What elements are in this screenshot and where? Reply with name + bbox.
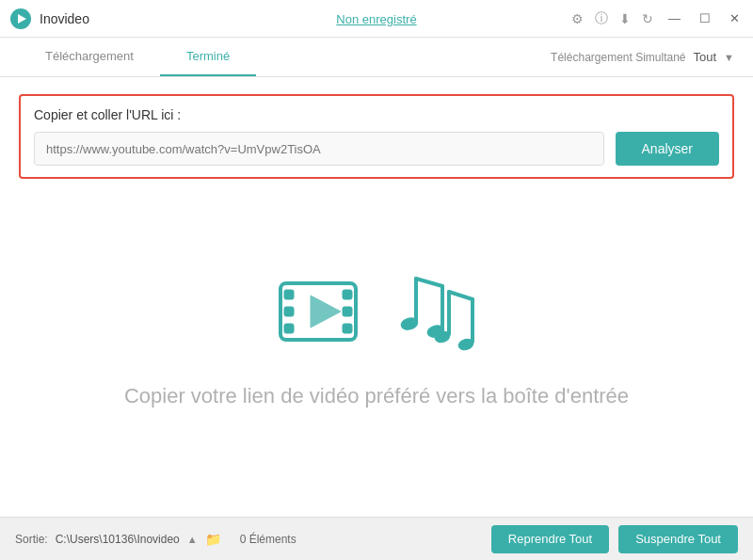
app-title: Inovideo <box>40 11 89 26</box>
svg-rect-7 <box>343 307 352 316</box>
svg-rect-3 <box>284 290 294 299</box>
svg-rect-6 <box>343 290 352 299</box>
svg-rect-5 <box>284 324 294 333</box>
titlebar-right: ⚙ ⓘ ⬇ ↻ — ☐ ✕ <box>571 10 744 27</box>
tout-label[interactable]: Tout <box>694 50 717 64</box>
refresh-icon[interactable]: ↻ <box>642 11 653 26</box>
maximize-button[interactable]: ☐ <box>696 11 714 25</box>
film-icon <box>271 269 375 358</box>
illustration-text: Copier votre lien de vidéo préféré vers … <box>124 384 629 408</box>
footer-buttons: Reprendre Tout Suspendre Tout <box>491 525 738 553</box>
info-icon[interactable]: ⓘ <box>595 10 608 27</box>
minimize-button[interactable]: — <box>665 11 684 25</box>
titlebar-center: Non enregistré <box>336 10 416 27</box>
titlebar: Inovideo Non enregistré ⚙ ⓘ ⬇ ↻ — ☐ ✕ <box>0 0 753 38</box>
url-input[interactable] <box>34 132 604 166</box>
app-logo-icon <box>9 8 32 30</box>
tabbar: Téléchargement Terminé Téléchargement Si… <box>0 38 753 77</box>
footer-path-dropdown-icon[interactable]: ▲ <box>187 534 198 545</box>
footer: Sortie: C:\Users\10136\Inovideo ▲ 📁 0 Él… <box>0 517 753 560</box>
music-icon <box>397 269 482 358</box>
simultaneous-label: Téléchargement Simultané <box>551 51 685 64</box>
main-content: Copier et coller l'URL ici : Analyser <box>0 77 753 517</box>
not-registered-link[interactable]: Non enregistré <box>336 12 416 26</box>
url-input-box: Copier et coller l'URL ici : Analyser <box>19 94 734 179</box>
svg-rect-8 <box>343 324 352 333</box>
footer-sortie-label: Sortie: <box>15 533 48 546</box>
svg-line-11 <box>416 279 442 286</box>
resume-all-button[interactable]: Reprendre Tout <box>491 525 609 553</box>
footer-path: C:\Users\10136\Inovideo <box>56 533 180 546</box>
illustration-icons <box>271 269 482 358</box>
analyze-button[interactable]: Analyser <box>616 132 719 166</box>
tab-finished[interactable]: Terminé <box>160 38 256 76</box>
close-button[interactable]: ✕ <box>726 11 744 25</box>
svg-marker-9 <box>311 296 341 328</box>
folder-icon[interactable]: 📁 <box>205 532 221 547</box>
elements-count: 0 Éléments <box>240 533 296 546</box>
titlebar-left: Inovideo <box>9 8 89 30</box>
svg-rect-4 <box>284 307 294 316</box>
tabbar-right: Téléchargement Simultané Tout ▼ <box>551 50 734 64</box>
tout-dropdown-icon[interactable]: ▼ <box>724 52 734 63</box>
suspend-all-button[interactable]: Suspendre Tout <box>618 525 738 553</box>
tab-download[interactable]: Téléchargement <box>19 38 160 76</box>
url-input-row: Analyser <box>34 132 719 166</box>
svg-line-16 <box>449 292 473 299</box>
illustration-area: Copier votre lien de vidéo préféré vers … <box>19 179 734 517</box>
settings-icon[interactable]: ⚙ <box>571 11 584 26</box>
download-icon[interactable]: ⬇ <box>619 11 631 26</box>
url-label: Copier et coller l'URL ici : <box>34 107 719 122</box>
